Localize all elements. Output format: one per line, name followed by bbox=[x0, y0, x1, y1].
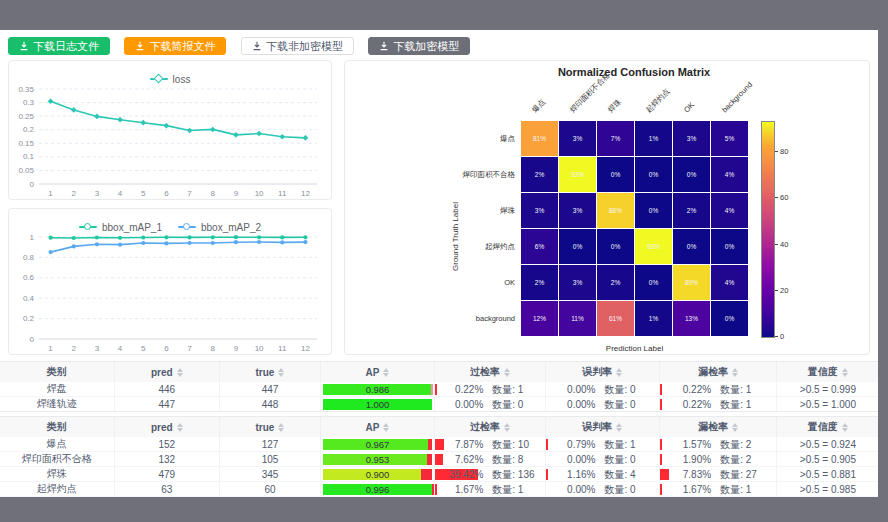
col-header-漏检率[interactable]: 漏检率 bbox=[659, 362, 777, 382]
window-frame-right bbox=[878, 30, 888, 497]
cell-misjudge-rate: 0.00%数量: 0 bbox=[545, 452, 659, 467]
col-header-置信度[interactable]: 置信度 bbox=[777, 362, 878, 382]
col-header-true[interactable]: true bbox=[219, 362, 320, 382]
svg-text:4: 4 bbox=[118, 189, 123, 198]
download-encrypted-model-button[interactable]: 下载加密模型 bbox=[368, 37, 470, 55]
sort-icon bbox=[278, 423, 284, 432]
ap-bar: 0.967 bbox=[323, 439, 432, 450]
cell-class: 焊珠 bbox=[0, 467, 114, 482]
matrix-cell: 0% bbox=[597, 157, 634, 192]
col-header-AP[interactable]: AP bbox=[320, 417, 434, 437]
col-header-误判率[interactable]: 误判率 bbox=[545, 362, 659, 382]
sort-icon bbox=[842, 368, 848, 377]
matrix-cell: 0% bbox=[635, 157, 672, 192]
sort-icon bbox=[732, 423, 738, 432]
matrix-cell: 4% bbox=[711, 265, 748, 300]
y-axis-label: Ground Truth Label bbox=[451, 202, 460, 271]
download-icon bbox=[135, 41, 145, 51]
cell-pred: 63 bbox=[114, 482, 219, 497]
matrix-cell: 93% bbox=[635, 229, 672, 264]
matrix-cell: 1% bbox=[635, 121, 672, 156]
matrix-cell: 0% bbox=[673, 157, 710, 192]
matrix-cell: 61% bbox=[597, 301, 634, 336]
map-chart-card: bbox_mAP_1bbox_mAP_2 00.20.40.60.8112345… bbox=[8, 208, 332, 355]
svg-text:9: 9 bbox=[234, 189, 239, 198]
cell-confidence: >0.5 = 0.999 bbox=[777, 382, 878, 397]
charts-column: loss 00.050.10.150.20.250.30.35123456789… bbox=[8, 60, 332, 355]
defect-metrics-table: 类别predtrueAP过检率误判率漏检率置信度爆点1521270.9677.8… bbox=[0, 416, 878, 497]
ap-bar: 0.900 bbox=[323, 469, 432, 480]
sort-icon bbox=[383, 368, 389, 377]
download-icon bbox=[252, 41, 262, 51]
download-log-button[interactable]: 下载日志文件 bbox=[8, 37, 110, 55]
sort-icon bbox=[616, 368, 622, 377]
cell-miss-rate: 0.22%数量: 1 bbox=[659, 382, 777, 397]
table-row: 起焊灼点63600.9961.67%数量: 10.00%数量: 01.67%数量… bbox=[0, 482, 878, 497]
svg-text:0.3: 0.3 bbox=[23, 98, 35, 107]
ap-bar: 1.000 bbox=[323, 399, 432, 410]
ap-bar: 0.953 bbox=[323, 454, 432, 465]
svg-text:0.15: 0.15 bbox=[18, 139, 34, 148]
button-label: 下载日志文件 bbox=[33, 37, 99, 55]
cell-ap: 1.000 bbox=[320, 397, 434, 412]
matrix-cell: 5% bbox=[711, 121, 748, 156]
dashboard-main: loss 00.050.10.150.20.250.30.35123456789… bbox=[0, 60, 878, 355]
cell-class: 焊印面积不合格 bbox=[0, 452, 114, 467]
svg-text:2: 2 bbox=[72, 344, 77, 353]
col-header-误判率[interactable]: 误判率 bbox=[545, 417, 659, 437]
svg-text:9: 9 bbox=[234, 344, 239, 353]
col-header-过检率[interactable]: 过检率 bbox=[435, 417, 546, 437]
col-header-pred[interactable]: pred bbox=[114, 362, 219, 382]
svg-text:1: 1 bbox=[48, 189, 53, 198]
download-report-button[interactable]: 下载简报文件 bbox=[124, 37, 226, 55]
table-row: 爆点1521270.9677.87%数量: 100.79%数量: 11.57%数… bbox=[0, 437, 878, 452]
summary-metrics-table: 类别predtrueAP过检率误判率漏检率置信度焊盘4464470.9860.2… bbox=[0, 361, 878, 412]
col-header-置信度[interactable]: 置信度 bbox=[777, 417, 878, 437]
matrix-col-label: 起焊灼点 bbox=[644, 87, 672, 115]
matrix-cell: 3% bbox=[559, 121, 596, 156]
cell-ap: 0.900 bbox=[320, 467, 434, 482]
col-header-pred[interactable]: pred bbox=[114, 417, 219, 437]
loss-chart-card: loss 00.050.10.150.20.250.30.35123456789… bbox=[8, 60, 332, 200]
matrix-row-label: 焊印面积不合格 bbox=[403, 170, 515, 180]
window-frame-bottom bbox=[0, 497, 888, 522]
col-header-类别: 类别 bbox=[0, 362, 114, 382]
cell-pred: 447 bbox=[114, 397, 219, 412]
col-header-true[interactable]: true bbox=[219, 417, 320, 437]
cell-true: 105 bbox=[219, 452, 320, 467]
matrix-col-label: OK bbox=[682, 100, 697, 115]
cell-overkill-rate: 7.87%数量: 10 bbox=[435, 437, 546, 452]
matrix-cell: 7% bbox=[597, 121, 634, 156]
svg-text:3: 3 bbox=[95, 189, 100, 198]
cell-class: 起焊灼点 bbox=[0, 482, 114, 497]
matrix-cell: 0% bbox=[635, 265, 672, 300]
cell-miss-rate: 0.22%数量: 1 bbox=[659, 397, 777, 412]
svg-text:10: 10 bbox=[255, 344, 264, 353]
svg-text:0.8: 0.8 bbox=[23, 253, 35, 262]
svg-text:8: 8 bbox=[211, 344, 216, 353]
cell-class: 焊缝轨迹 bbox=[0, 397, 114, 412]
cell-overkill-rate: 0.22%数量: 1 bbox=[435, 382, 546, 397]
sort-icon bbox=[504, 423, 510, 432]
colorbar-tick: 60 bbox=[775, 193, 788, 202]
col-header-漏检率[interactable]: 漏检率 bbox=[659, 417, 777, 437]
sort-icon bbox=[383, 423, 389, 432]
cell-class: 爆点 bbox=[0, 437, 114, 452]
cell-true: 448 bbox=[219, 397, 320, 412]
download-unencrypted-model-button[interactable]: 下载非加密模型 bbox=[241, 37, 354, 55]
col-header-过检率[interactable]: 过检率 bbox=[435, 362, 546, 382]
ap-bar: 0.996 bbox=[323, 484, 432, 495]
sort-icon bbox=[616, 423, 622, 432]
svg-text:1: 1 bbox=[30, 233, 35, 242]
svg-text:0.1: 0.1 bbox=[23, 152, 35, 161]
matrix-cell: 3% bbox=[559, 265, 596, 300]
colorbar bbox=[761, 121, 775, 338]
svg-text:10: 10 bbox=[255, 189, 264, 198]
col-header-类别: 类别 bbox=[0, 417, 114, 437]
button-label: 下载非加密模型 bbox=[266, 37, 343, 55]
loss-chart: 00.050.10.150.20.250.30.3512345678910111… bbox=[9, 82, 329, 200]
col-header-AP[interactable]: AP bbox=[320, 362, 434, 382]
colorbar-tick: 40 bbox=[775, 240, 788, 249]
map-chart-legend: bbox_mAP_1bbox_mAP_2 bbox=[9, 211, 331, 230]
matrix-cell: 0% bbox=[711, 229, 748, 264]
